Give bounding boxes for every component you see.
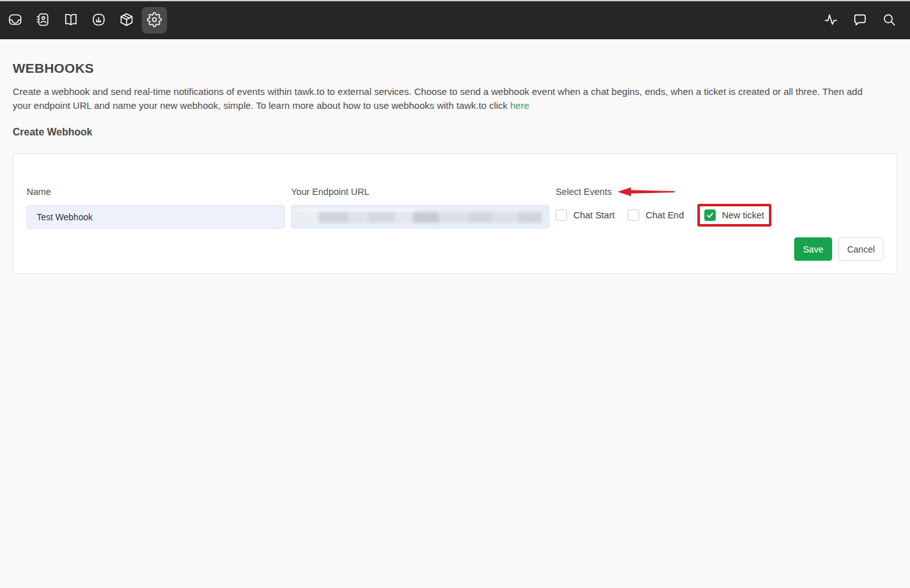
select-events-label: Select Events — [556, 187, 612, 197]
event-item-new-ticket: New ticket — [697, 204, 771, 227]
nav-contacts-button[interactable] — [30, 7, 56, 34]
nav-settings-button[interactable] — [142, 7, 167, 34]
name-field-group: Name — [27, 187, 285, 228]
nav-inbox-button[interactable] — [3, 7, 28, 34]
save-button[interactable]: Save — [794, 237, 832, 261]
chat-end-label: Chat End — [645, 210, 683, 220]
addons-icon — [119, 12, 134, 29]
chat-icon — [853, 13, 867, 28]
endpoint-redacted-value — [297, 212, 542, 223]
inbox-icon — [8, 12, 23, 29]
description-text: Create a webhook and send real-time noti… — [13, 86, 863, 111]
search-icon — [882, 13, 896, 28]
nav-chat-button[interactable] — [847, 7, 873, 34]
nav-knowledge-base-button[interactable] — [58, 7, 84, 34]
endpoint-field-group: Your Endpoint URL — [291, 187, 549, 228]
events-field-group: Select Events Chat Start Chat — [556, 187, 771, 227]
page-description: Create a webhook and send real-time noti… — [13, 85, 871, 112]
event-item-chat-end: Chat End — [628, 210, 683, 221]
webhook-name-input[interactable] — [27, 205, 285, 228]
cancel-button[interactable]: Cancel — [838, 237, 883, 261]
top-navigation-bar — [0, 1, 910, 39]
events-row: Chat Start Chat End New ticket — [556, 204, 771, 227]
nav-monitoring-button[interactable] — [86, 7, 111, 34]
new-ticket-checkbox[interactable] — [704, 210, 716, 221]
chat-end-checkbox[interactable] — [628, 210, 639, 221]
nav-addons-button[interactable] — [114, 7, 139, 34]
name-label: Name — [27, 187, 285, 197]
page-title: WEBHOOKS — [13, 61, 897, 76]
nav-right-group — [816, 7, 904, 34]
events-head: Select Events — [556, 187, 771, 197]
event-item-chat-start: Chat Start — [556, 210, 614, 221]
create-webhook-card: Name Your Endpoint URL Select Events — [13, 153, 897, 274]
monitoring-icon — [91, 12, 106, 29]
red-arrow-annotation — [618, 187, 675, 197]
endpoint-url-label: Your Endpoint URL — [291, 187, 549, 197]
nav-search-button[interactable] — [876, 7, 902, 34]
learn-more-link[interactable]: here — [510, 100, 529, 111]
chat-start-checkbox[interactable] — [556, 210, 567, 221]
main-content: WEBHOOKS Create a webhook and send real-… — [0, 61, 910, 274]
endpoint-url-input[interactable] — [291, 205, 549, 228]
contacts-icon — [35, 12, 51, 29]
create-webhook-heading: Create Webhook — [13, 127, 897, 138]
nav-left-group — [1, 7, 168, 34]
settings-icon — [147, 12, 162, 29]
nav-activity-button[interactable] — [818, 7, 844, 34]
chat-start-label: Chat Start — [573, 210, 614, 220]
new-ticket-label: New ticket — [722, 210, 764, 220]
knowledge-base-icon — [63, 12, 78, 29]
form-actions: Save Cancel — [794, 237, 883, 261]
activity-icon — [824, 13, 838, 28]
